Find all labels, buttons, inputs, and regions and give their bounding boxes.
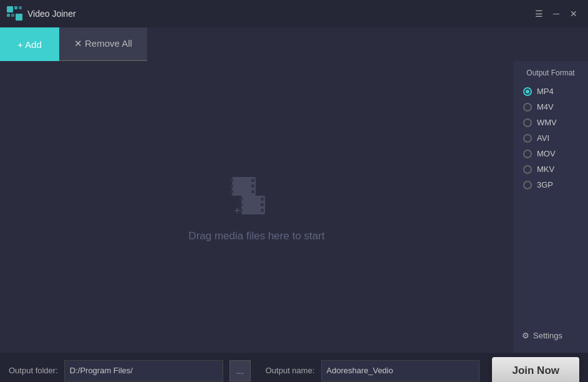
output-name-input[interactable] [321, 360, 480, 381]
radio-avi[interactable] [523, 134, 532, 143]
title-bar: Video Joiner ☰ ─ ✕ [0, 0, 588, 27]
svg-rect-16 [239, 203, 243, 206]
svg-rect-5 [16, 14, 22, 21]
svg-rect-8 [230, 184, 233, 188]
drop-zone[interactable]: + Drag media files here to start [0, 61, 513, 353]
minimize-button[interactable]: ─ [549, 7, 563, 21]
format-label-avi: AVI [537, 133, 549, 143]
output-name-label: Output name: [266, 366, 315, 375]
format-label-mp4: MP4 [537, 87, 554, 96]
settings-label: Settings [533, 331, 562, 340]
gear-icon: ⚙ [522, 331, 529, 340]
hamburger-menu-button[interactable]: ☰ [532, 7, 546, 21]
title-bar-left: Video Joiner [6, 6, 76, 22]
main-area: + Drag media files here to start Output … [0, 61, 588, 353]
join-now-button[interactable]: Join Now [492, 357, 579, 383]
radio-mov[interactable] [523, 150, 532, 158]
bottom-bar: Output folder: ... Output name: Join Now [0, 353, 588, 382]
format-label-wmv: WMV [537, 118, 557, 127]
svg-rect-2 [19, 6, 22, 9]
format-option-mov[interactable]: MOV [513, 146, 588, 161]
svg-rect-0 [7, 6, 13, 12]
svg-rect-7 [230, 179, 233, 182]
toolbar: + Add ✕ Remove All [0, 27, 588, 61]
radio-wmv[interactable] [523, 118, 532, 127]
output-format-label: Output Format [513, 69, 588, 77]
drag-drop-text: Drag media files here to start [188, 230, 324, 242]
close-button[interactable]: ✕ [567, 7, 581, 21]
film-strip-icon: + [229, 172, 285, 219]
svg-rect-3 [7, 14, 10, 17]
format-label-3gp: 3GP [537, 180, 553, 189]
svg-rect-11 [251, 184, 254, 188]
format-option-avi[interactable]: AVI [513, 130, 588, 146]
svg-rect-20 [261, 209, 264, 212]
format-option-3gp[interactable]: 3GP [513, 177, 588, 193]
output-folder-input[interactable] [64, 360, 223, 381]
app-title: Video Joiner [27, 9, 76, 19]
format-option-wmv[interactable]: WMV [513, 115, 588, 130]
browse-folder-button[interactable]: ... [229, 360, 251, 381]
svg-rect-18 [261, 198, 264, 201]
output-folder-label: Output folder: [9, 366, 58, 375]
radio-m4v[interactable] [523, 103, 532, 112]
app-logo-icon [6, 6, 22, 22]
format-label-mkv: MKV [537, 165, 554, 174]
title-bar-controls: ☰ ─ ✕ [532, 7, 581, 21]
svg-rect-1 [14, 6, 17, 9]
svg-rect-9 [230, 190, 233, 193]
remove-all-button[interactable]: ✕ Remove All [59, 27, 147, 61]
add-button[interactable]: + Add [0, 27, 59, 61]
svg-rect-4 [11, 14, 14, 17]
radio-3gp[interactable] [523, 181, 532, 189]
format-option-mkv[interactable]: MKV [513, 161, 588, 177]
right-panel: Output Format MP4 M4V WMV AVI MOV MKV 3G… [513, 61, 588, 353]
svg-rect-19 [261, 203, 264, 206]
settings-button[interactable]: ⚙ Settings [513, 326, 588, 345]
radio-mkv[interactable] [523, 165, 532, 174]
format-label-m4v: M4V [537, 102, 554, 112]
format-option-m4v[interactable]: M4V [513, 99, 588, 115]
svg-rect-17 [239, 209, 243, 212]
format-label-mov: MOV [537, 149, 556, 158]
svg-rect-10 [251, 179, 254, 182]
radio-mp4[interactable] [523, 87, 532, 96]
svg-rect-15 [239, 198, 243, 201]
format-option-mp4[interactable]: MP4 [513, 84, 588, 99]
svg-text:+: + [234, 204, 241, 217]
svg-rect-12 [251, 190, 254, 193]
